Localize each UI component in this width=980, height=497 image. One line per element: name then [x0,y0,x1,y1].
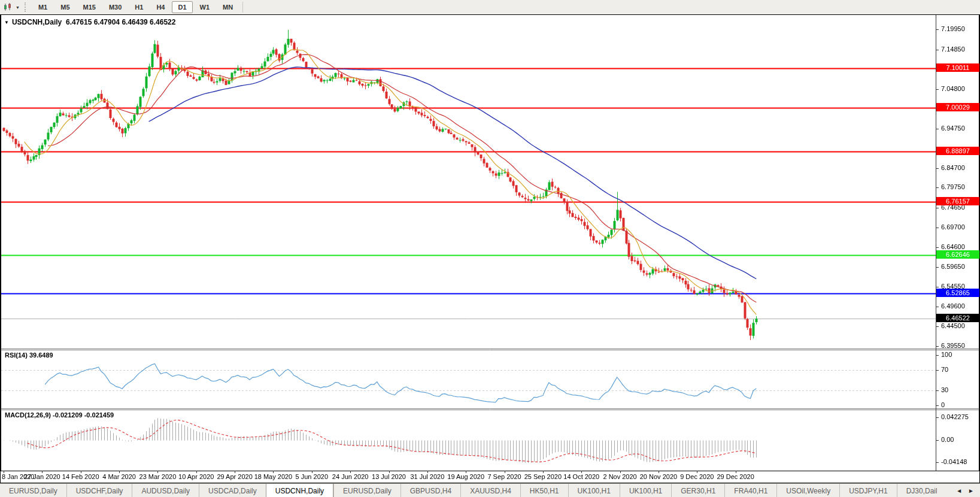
tab-audusd-daily[interactable]: AUDUSD,Daily [132,484,199,497]
price-axis-tick: 6.44500 [941,322,965,329]
price-axis-tick: 6.79750 [941,183,965,190]
date-axis-label: 18 May 2020 [254,473,293,480]
chart-title: ▼USDCNH,Daily 6.47615 6.47904 6.46439 6.… [4,18,175,26]
date-axis-label: 19 Aug 2020 [447,473,484,480]
date-axis-label: 29 Dec 2020 [717,473,754,480]
tab-xauusd-h4[interactable]: XAUUSD,H4 [460,484,520,497]
level-price-label: 7.00029 [936,103,979,111]
top-toolbar: ▼ M1M5M15M30H1H4D1W1MN [0,0,980,14]
level-price-label: 6.88897 [936,147,979,155]
tab-uk100-h1[interactable]: UK100,H1 [568,484,620,497]
rsi-axis-tick: 0 [941,401,945,408]
level-price-label: 6.62646 [936,250,979,259]
price-chart-canvas[interactable] [0,14,980,483]
timeframe-button-w1[interactable]: W1 [194,1,216,13]
tab-dj30-daily[interactable]: DJ30,Daily [897,484,937,497]
chart-ohlc-values: 6.47615 6.47904 6.46439 6.46522 [66,18,176,26]
level-price-label: 7.10011 [936,63,979,72]
timeframe-button-m30[interactable]: M30 [103,1,128,13]
chart-tool-dropdown[interactable]: ▼ [0,0,23,14]
price-axis-tick: 6.84700 [941,164,965,171]
date-axis-label: 31 Jul 2020 [410,473,444,480]
tab-scroll-arrows: ◄ ► [951,484,979,497]
tab-scroll-right-button[interactable]: ► [968,487,974,494]
macd-axis-tick: 0.042275 [941,413,969,420]
timeframe-button-group: M1M5M15M30H1H4D1W1MN [32,1,239,13]
date-axis-label: 13 Jul 2020 [372,473,406,480]
price-axis-tick: 6.64600 [941,243,965,250]
tab-gbpusd-h4[interactable]: GBPUSD,H4 [401,484,460,497]
tab-eurusd-daily[interactable]: EURUSD,Daily [0,484,66,497]
date-axis-label: 14 Feb 2020 [62,473,99,480]
chart-tabs: EURUSD,DailyUSDCHF,DailyAUDUSD,DailyUSDC… [0,484,937,497]
price-axis-tick: 6.49600 [941,302,965,310]
date-axis-label: 27 Jan 2020 [24,473,60,480]
macd-axis-tick: 0.00 [941,436,954,443]
date-axis-label: 20 Nov 2020 [640,473,677,480]
tab-usdcnh-daily[interactable]: USDCNH,Daily [266,484,333,497]
chart-tab-bar: EURUSD,DailyUSDCHF,DailyAUDUSD,DailyUSDC… [0,483,980,497]
date-axis-label: 23 Mar 2020 [139,473,177,480]
toolbar-grip[interactable] [25,2,28,12]
tab-scroll-left-button[interactable]: ◄ [956,487,962,494]
timeframe-button-h4[interactable]: H4 [150,1,171,13]
tab-ger30-h1[interactable]: GER30,H1 [671,484,724,497]
price-axis-tick: 6.94750 [941,125,965,132]
tab-usoil-weekly[interactable]: USOil,Weekly [776,484,839,497]
collapse-arrow-icon[interactable]: ▼ [4,20,9,25]
price-axis-tick: 6.69700 [941,223,965,231]
date-axis-label: 2 Nov 2020 [603,473,636,480]
date-axis-label: 24 Jun 2020 [332,473,369,480]
timeframe-button-h1[interactable]: H1 [129,1,149,13]
chart-window: ▼USDCNH,Daily 6.47615 6.47904 6.46439 6.… [0,14,980,483]
date-axis-label: 29 Apr 2020 [217,473,252,480]
price-axis-tick: 6.59650 [941,263,965,270]
rsi-indicator-label: RSI(14) 39.6489 [5,351,53,359]
current-price-label: 6.46522 [936,314,979,322]
timeframe-button-m5[interactable]: M5 [54,1,75,13]
chevron-down-icon: ▼ [16,5,20,10]
date-axis-label: 14 Oct 2020 [563,473,599,480]
price-axis-tick: 7.04800 [941,85,965,92]
level-price-label: 6.52865 [936,289,979,297]
tab-eurusd-daily[interactable]: EURUSD,Daily [333,484,401,497]
date-axis-label: 10 Apr 2020 [178,473,214,480]
date-axis-label: 5 Jun 2020 [296,473,328,480]
level-price-label: 6.76157 [936,197,979,205]
chart-symbol-label: USDCNH,Daily [12,18,62,26]
toolbar-separator [242,2,243,13]
macd-axis-tick: -0.04148 [941,458,967,465]
tab-usdjpy-h1[interactable]: USDJPY,H1 [839,484,896,497]
timeframe-button-d1[interactable]: D1 [172,1,192,13]
timeframe-button-m1[interactable]: M1 [32,1,53,13]
date-axis-label: 9 Dec 2020 [680,473,714,480]
date-axis-label: 25 Sep 2020 [524,473,562,480]
price-axis-tick: 7.14850 [941,46,965,53]
tab-hk50-h1[interactable]: HK50,H1 [520,484,568,497]
price-axis-tick: 7.19950 [941,25,965,32]
tab-fra40-h1[interactable]: FRA40,H1 [724,484,776,497]
rsi-axis-tick: 100 [941,351,952,358]
tab-usdchf-daily[interactable]: USDCHF,Daily [66,484,132,497]
rsi-axis-tick: 70 [941,366,948,373]
price-axis-tick: 6.39550 [941,342,965,349]
rsi-axis-tick: 30 [941,386,948,393]
date-axis-label: 4 Mar 2020 [102,473,136,480]
timeframe-button-m15[interactable]: M15 [77,1,102,13]
tab-uk100-h1[interactable]: UK100,H1 [620,484,671,497]
tab-usdcad-daily[interactable]: USDCAD,Daily [199,484,266,497]
chart-tool-icon [4,3,13,11]
timeframe-button-mn[interactable]: MN [217,1,239,13]
date-axis-label: 7 Sep 2020 [487,473,521,480]
macd-indicator-label: MACD(12,26,9) -0.021209 -0.021459 [5,411,114,419]
